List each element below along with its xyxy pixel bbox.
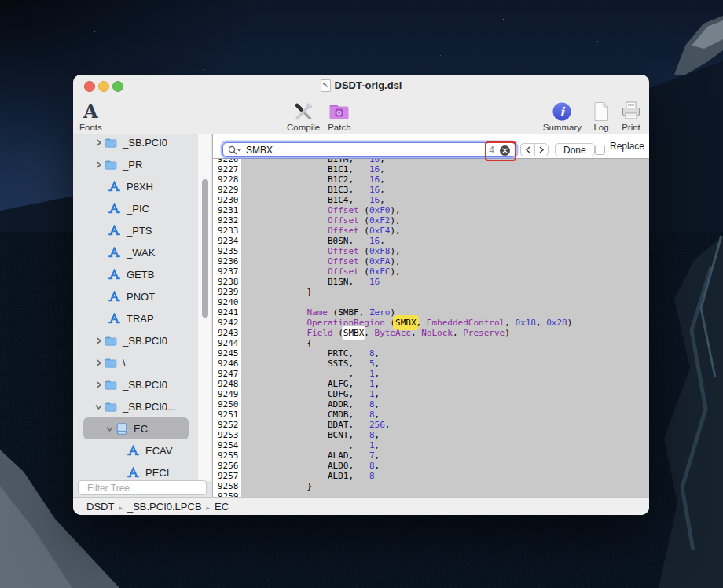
folder-icon <box>105 402 117 412</box>
code-line-9241: 9241 Name (SMBF, Zero) <box>213 307 649 318</box>
code-line-9255: 9255 ALAD, 7, <box>213 450 649 461</box>
filter-tree-input[interactable] <box>86 482 211 494</box>
code-line-9246: 9246 SSTS, 5, <box>213 358 649 369</box>
breadcrumb-item[interactable]: EC <box>215 501 229 513</box>
folder-icon <box>105 336 117 346</box>
previous-match-button[interactable] <box>520 143 534 156</box>
tree-item-_PIC[interactable]: _PIC <box>73 197 212 219</box>
chevron-collapsed-icon[interactable] <box>94 336 104 345</box>
patch-button[interactable]: Patch <box>328 97 350 132</box>
tree-item-_SBPCI0[interactable]: _SB.PCI0 <box>73 134 212 153</box>
filter-tree-field[interactable] <box>78 480 207 495</box>
print-button[interactable]: Print <box>621 97 641 132</box>
code-line-9250: 9250 ADDR, 8, <box>213 399 649 410</box>
tree-item-TRAP[interactable]: TRAP <box>73 307 212 329</box>
code-line-9228: 9228 B1C2, 16, <box>213 175 649 185</box>
line-number: 9233 <box>213 226 241 236</box>
code-line-9233: 9233 Offset (0xF4), <box>213 226 649 236</box>
status-bar: DSDT▸_SB.PCI0.LPCB▸EC <box>73 497 649 515</box>
tree-item-label: GETB <box>127 269 154 281</box>
tree-item-EC[interactable]: EC <box>83 417 189 439</box>
sidebar-scrollbar[interactable] <box>202 179 208 318</box>
line-number: 9246 <box>213 358 241 369</box>
summary-button[interactable]: i Summary <box>543 97 582 132</box>
document-icon <box>321 79 331 92</box>
done-button[interactable]: Done <box>555 143 595 156</box>
title-bar: DSDT-orig.dsl <box>73 75 649 96</box>
chevron-left-icon <box>525 146 531 153</box>
log-button[interactable]: Log <box>593 97 610 132</box>
code-line-9235: 9235 Offset (0xF8), <box>213 246 649 256</box>
code-line-9226: 9226 B1TM, 16, <box>213 159 649 164</box>
line-number: 9230 <box>213 195 241 205</box>
fonts-button[interactable]: A Fonts <box>79 97 102 132</box>
code-line-9256: 9256 ALD0, 8, <box>213 461 649 471</box>
code-line-9259: 9259 <box>213 491 649 497</box>
method-icon <box>108 247 120 258</box>
chevron-collapsed-icon[interactable] <box>94 160 104 169</box>
breadcrumb-separator-icon: ▸ <box>207 504 211 512</box>
code-pane[interactable]: 9226 B1TM, 16,9227 B1C1, 16,9228 B1C2, 1… <box>213 159 649 497</box>
tree-item-_PR[interactable]: _PR <box>73 153 212 175</box>
code-line-9249: 9249 CDFG, 1, <box>213 389 649 399</box>
code-line-9258: 9258 } <box>213 481 649 491</box>
printer-icon <box>621 101 641 122</box>
tree-item-label: ECAV <box>145 445 172 457</box>
chevron-expanded-icon[interactable] <box>94 402 104 411</box>
find-field[interactable]: 4 <box>222 142 516 157</box>
navigation-sidebar: _SB.PCI0_PRP8XH_PIC_PTS_WAKGETBPNOTTRAP_… <box>73 134 213 497</box>
tree-item-[interactable]: \ <box>73 351 212 373</box>
folder-icon <box>105 380 117 390</box>
compile-tools-icon <box>293 101 314 122</box>
breadcrumb-item[interactable]: _SB.PCI0.LPCB <box>127 501 202 513</box>
line-number: 9257 <box>213 471 241 481</box>
code-line-9238: 9238 B1SN, 16 <box>213 277 649 287</box>
tree-item-label: _WAK <box>127 247 155 259</box>
chevron-collapsed-icon[interactable] <box>94 380 104 389</box>
code-line-9242: 9242 OperationRegion (SMBX, EmbeddedCont… <box>213 318 649 328</box>
line-number: 9247 <box>213 369 241 379</box>
line-number: 9250 <box>213 399 241 410</box>
tree-item-label: _PTS <box>127 225 152 237</box>
method-icon <box>108 291 120 302</box>
replace-label: Replace <box>610 134 644 158</box>
code-line-9227: 9227 B1C1, 16, <box>213 164 649 175</box>
tree-item-_SBPCI0[interactable]: _SB.PCI0... <box>73 395 212 417</box>
tree-item-label: _SB.PCI0 <box>123 379 167 391</box>
maciasl-window: DSDT-orig.dsl A Fonts C <box>73 75 649 515</box>
tree-item-_WAK[interactable]: _WAK <box>73 241 212 263</box>
tree-item-GETB[interactable]: GETB <box>73 263 212 285</box>
compile-button[interactable]: Compile <box>287 97 320 132</box>
code-line-9240: 9240 <box>213 297 649 307</box>
line-number: 9227 <box>213 164 241 175</box>
find-input[interactable] <box>244 144 516 156</box>
tree-item-_SBPCI0[interactable]: _SB.PCI0 <box>73 373 212 395</box>
chevron-collapsed-icon[interactable] <box>94 138 104 147</box>
breadcrumb-item[interactable]: DSDT <box>86 501 114 513</box>
line-number: 9252 <box>213 420 241 430</box>
method-icon <box>127 467 139 478</box>
chevron-expanded-icon[interactable] <box>105 424 115 433</box>
chevron-collapsed-icon[interactable] <box>94 358 104 367</box>
code-line-9253: 9253 BCNT, 8, <box>213 430 649 440</box>
line-number: 9237 <box>213 266 241 277</box>
tree-item-_PTS[interactable]: _PTS <box>73 219 212 241</box>
code-line-9247: 9247 , 1, <box>213 369 649 379</box>
tree-item-label: \ <box>123 357 126 369</box>
code-editor[interactable]: 4 <box>213 134 649 497</box>
next-match-button[interactable] <box>534 143 549 156</box>
tree-item-label: PNOT <box>127 291 155 303</box>
search-menu-icon[interactable] <box>228 145 242 155</box>
line-number: 9229 <box>213 185 241 195</box>
tree-item-_SBPCI0[interactable]: _SB.PCI0 <box>73 329 212 351</box>
replace-checkbox[interactable] <box>595 145 605 155</box>
line-number: 9228 <box>213 175 241 185</box>
line-number: 9234 <box>213 236 241 246</box>
code-line-9251: 9251 CMDB, 8, <box>213 410 649 420</box>
tree-item-P8XH[interactable]: P8XH <box>73 175 212 197</box>
code-line-9252: 9252 BDAT, 256, <box>213 420 649 430</box>
tree-item-PNOT[interactable]: PNOT <box>73 285 212 307</box>
line-number: 9236 <box>213 256 241 266</box>
line-number: 9254 <box>213 440 241 450</box>
tree-item-ECAV[interactable]: ECAV <box>73 439 212 461</box>
